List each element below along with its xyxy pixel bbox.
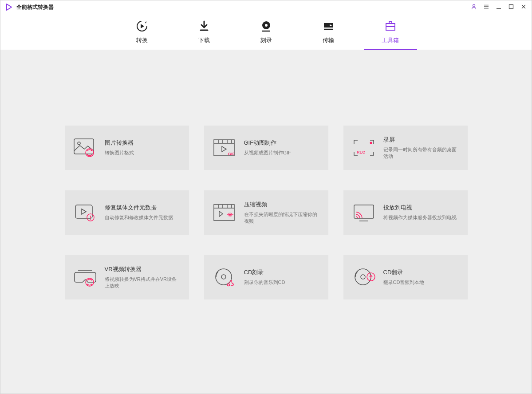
nav-toolbox[interactable]: 工具箱 (377, 14, 404, 50)
svg-rect-41 (354, 205, 374, 218)
convert-icon (135, 20, 149, 33)
close-button[interactable] (520, 4, 527, 11)
svg-rect-30 (75, 205, 92, 218)
card-text: VR视频转换器 将视频转换为VR格式并在VR设备上放映 (105, 265, 181, 290)
svg-point-33 (90, 219, 91, 220)
card-title: VR视频转换器 (105, 265, 181, 273)
card-text: 投放到电视 将视频作为媒体服务器投放到电视 (383, 204, 457, 221)
card-text: CD翻录 翻录CD音频到本地 (383, 268, 425, 286)
card-title: 压缩视频 (244, 201, 320, 209)
download-icon (197, 20, 211, 33)
screen-recorder-icon: REC (351, 135, 376, 160)
svg-point-0 (473, 4, 475, 7)
tool-image-converter[interactable]: 图片转换器 转换图片格式 (65, 126, 189, 170)
gif-maker-icon: GIF (212, 135, 237, 160)
cd-rip-icon (351, 265, 376, 290)
tool-fix-metadata[interactable]: 修复媒体文件元数据 自动修复和修改媒体文件元数据 (65, 190, 189, 235)
svg-rect-18 (74, 139, 94, 154)
tool-cast-tv[interactable]: 投放到电视 将视频作为媒体服务器投放到电视 (343, 190, 468, 235)
app-title: 全能格式转换器 (16, 4, 54, 11)
burn-icon (260, 20, 273, 33)
svg-point-11 (265, 24, 268, 27)
card-title: CD刻录 (244, 268, 285, 276)
titlebar-right (470, 4, 527, 11)
svg-rect-34 (214, 205, 234, 221)
nav-label: 传输 (323, 36, 334, 44)
card-title: 录屏 (383, 136, 460, 144)
svg-point-49 (361, 275, 365, 279)
card-desc: 在不损失清晰度的情况下压缩你的视频 (244, 211, 320, 225)
svg-text:REC: REC (357, 150, 366, 154)
minimize-button[interactable] (495, 4, 502, 11)
tools-grid: 图片转换器 转换图片格式 GIF GIF动图制作 从视频或图片制作GIF REC… (65, 126, 468, 376)
card-desc: 从视频或图片制作GIF (244, 150, 291, 156)
card-title: 修复媒体文件元数据 (105, 204, 173, 212)
tool-vr-converter[interactable]: VR视频转换器 将视频转换为VR格式并在VR设备上放映 (65, 255, 189, 299)
svg-point-28 (370, 142, 372, 144)
card-text: 修复媒体文件元数据 自动修复和修改媒体文件元数据 (105, 204, 173, 221)
card-text: 图片转换器 转换图片格式 (105, 139, 134, 156)
content-area: 图片转换器 转换图片格式 GIF GIF动图制作 从视频或图片制作GIF REC… (0, 50, 532, 394)
svg-point-48 (355, 269, 371, 285)
cd-burn-icon (212, 265, 237, 290)
tool-cd-rip[interactable]: CD翻录 翻录CD音频到本地 (343, 255, 468, 299)
compress-video-icon (212, 200, 237, 225)
card-desc: 记录同一时间所有带有音频的桌面活动 (383, 146, 460, 160)
tool-compress-video[interactable]: 压缩视频 在不损失清晰度的情况下压缩你的视频 (204, 190, 328, 235)
tool-cd-burn[interactable]: CD刻录 刻录你的音乐到CD (204, 255, 328, 299)
app-logo-icon (5, 3, 13, 11)
svg-point-19 (78, 142, 80, 145)
card-desc: 转换图片格式 (105, 150, 134, 156)
card-title: GIF动图制作 (244, 139, 291, 147)
titlebar-left: 全能格式转换器 (5, 3, 54, 11)
nav-label: 下载 (198, 36, 210, 44)
image-converter-icon (73, 135, 98, 160)
svg-point-47 (227, 284, 229, 286)
nav-label: 转换 (136, 36, 148, 44)
user-icon[interactable] (470, 4, 477, 11)
card-desc: 将视频转换为VR格式并在VR设备上放映 (105, 276, 181, 290)
svg-text:GIF: GIF (228, 152, 235, 156)
toolbox-icon (384, 20, 397, 33)
transfer-icon (322, 20, 335, 33)
card-text: CD刻录 刻录你的音乐到CD (244, 268, 285, 286)
vr-converter-icon (73, 265, 98, 290)
svg-rect-5 (509, 4, 513, 8)
titlebar: 全能格式转换器 (0, 0, 532, 14)
card-desc: 刻录你的音乐到CD (244, 279, 285, 286)
nav-burn[interactable]: 刻录 (253, 14, 280, 50)
card-desc: 将视频作为媒体服务器投放到电视 (383, 214, 457, 221)
card-text: 压缩视频 在不损失清晰度的情况下压缩你的视频 (244, 201, 320, 225)
nav-label: 工具箱 (382, 36, 399, 44)
card-text: 录屏 记录同一时间所有带有音频的桌面活动 (383, 136, 460, 160)
fix-metadata-icon (73, 200, 98, 225)
svg-point-46 (221, 275, 226, 279)
tool-gif-maker[interactable]: GIF GIF动图制作 从视频或图片制作GIF (204, 126, 328, 170)
tool-screen-recorder[interactable]: REC 录屏 记录同一时间所有带有音频的桌面活动 (343, 126, 468, 170)
nav-download[interactable]: 下载 (191, 14, 217, 50)
maximize-button[interactable] (508, 4, 515, 11)
nav-transfer[interactable]: 传输 (315, 14, 342, 50)
cast-tv-icon (351, 200, 376, 225)
card-title: 投放到电视 (383, 204, 457, 212)
main-nav: 转换 下载 刻录 传输 工具箱 (0, 14, 532, 50)
menu-icon[interactable] (483, 4, 490, 11)
card-title: CD翻录 (383, 268, 425, 276)
nav-convert[interactable]: 转换 (129, 14, 155, 50)
svg-point-45 (216, 269, 232, 285)
card-text: GIF动图制作 从视频或图片制作GIF (244, 139, 291, 156)
card-title: 图片转换器 (105, 139, 134, 147)
card-desc: 翻录CD音频到本地 (383, 279, 425, 286)
card-desc: 自动修复和修改媒体文件元数据 (105, 214, 173, 221)
nav-label: 刻录 (260, 36, 272, 44)
